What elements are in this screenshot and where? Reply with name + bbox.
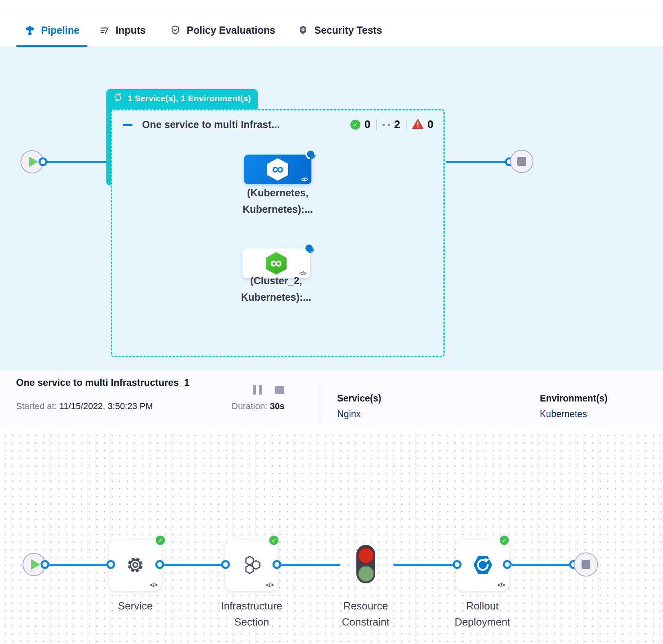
matrix-node-kubernetes-label: (Kubernetes, Kubernetes):... bbox=[218, 185, 338, 218]
step-resource-constraint-label: Resource Constraint bbox=[321, 598, 410, 630]
connector-dot bbox=[221, 560, 230, 569]
tab-bar: Pipeline Inputs Policy Evaluations Secur… bbox=[0, 14, 663, 47]
environments-link[interactable]: Kubernetes bbox=[540, 409, 608, 420]
edge-line bbox=[393, 564, 456, 566]
play-icon bbox=[29, 157, 38, 167]
stage-status-counts: ✓ 0 2 0 bbox=[350, 118, 433, 131]
success-count: 0 bbox=[364, 118, 370, 131]
edge-line bbox=[46, 161, 106, 163]
step-service[interactable]: </> bbox=[109, 540, 162, 591]
stage-group-box bbox=[111, 109, 445, 357]
tab-inputs-label: Inputs bbox=[116, 24, 146, 36]
connector-dot bbox=[273, 560, 281, 569]
running-count: 2 bbox=[394, 118, 400, 131]
step-service-label: Service bbox=[91, 598, 179, 614]
connector-dot bbox=[106, 560, 115, 569]
services-block: Service(s) Nginx bbox=[337, 393, 381, 420]
step-rollout-deployment[interactable]: </> bbox=[456, 540, 509, 591]
success-check-icon: ✓ bbox=[268, 535, 279, 546]
rollout-icon bbox=[472, 554, 494, 578]
tab-pipeline-label: Pipeline bbox=[41, 24, 79, 36]
step-infrastructure-section[interactable]: </> bbox=[225, 540, 278, 591]
matrix-badge-label: 1 Service(s), 1 Environment(s) bbox=[128, 94, 251, 103]
edge-line bbox=[512, 564, 572, 566]
services-label: Service(s) bbox=[337, 393, 381, 404]
matrix-node-kubernetes[interactable]: ∞ </> bbox=[244, 155, 311, 184]
started-at: Started at: 11/15/2022, 3:50:23 PM bbox=[16, 401, 153, 412]
harness-hexagon-icon: ∞ bbox=[266, 252, 287, 275]
pause-button[interactable] bbox=[253, 385, 262, 395]
traffic-red-light bbox=[358, 548, 374, 564]
inputs-icon bbox=[100, 25, 110, 35]
tab-security-tests[interactable]: Security Tests bbox=[298, 14, 382, 47]
execution-info-bar: One service to multi Infrastructures_1 S… bbox=[0, 371, 663, 429]
duration: Duration: 30s bbox=[232, 401, 285, 412]
code-braces-icon: </> bbox=[266, 581, 273, 588]
failed-count: 0 bbox=[427, 118, 433, 131]
loop-icon bbox=[113, 92, 123, 104]
traffic-green-light bbox=[358, 566, 374, 582]
tab-security-tests-label: Security Tests bbox=[314, 24, 382, 36]
collapse-minus-icon[interactable] bbox=[123, 124, 132, 126]
play-icon bbox=[31, 559, 40, 570]
hexagons-icon bbox=[240, 554, 262, 578]
stage-group-title[interactable]: One service to multi Infrast... bbox=[142, 119, 280, 130]
divider bbox=[321, 387, 321, 421]
pipeline-icon bbox=[25, 25, 35, 35]
services-link[interactable]: Nginx bbox=[337, 409, 381, 420]
execution-graph-panel: 1 Service(s), 1 Environment(s) One servi… bbox=[0, 47, 663, 371]
edge-line bbox=[163, 564, 225, 566]
steps-end-node bbox=[574, 552, 598, 577]
running-dots-icon bbox=[382, 124, 390, 126]
matrix-node-cluster2-label: (Cluster_2, Kubernetes):... bbox=[216, 273, 336, 306]
harness-hexagon-icon: ∞ bbox=[267, 158, 288, 181]
gear-icon bbox=[124, 554, 146, 578]
edge-line bbox=[48, 564, 110, 566]
connector-dot bbox=[503, 560, 512, 569]
tab-pipeline[interactable]: Pipeline bbox=[25, 14, 79, 47]
tab-inputs[interactable]: Inputs bbox=[100, 14, 146, 47]
stage-group-header: One service to multi Infrast... ✓ 0 2 0 bbox=[123, 118, 433, 131]
tab-policy-evaluations-label: Policy Evaluations bbox=[187, 24, 275, 36]
success-check-icon: ✓ bbox=[499, 535, 510, 546]
edge-line bbox=[446, 161, 507, 163]
window-top-strip bbox=[0, 0, 663, 13]
stop-button[interactable] bbox=[275, 386, 284, 394]
code-braces-icon: </> bbox=[301, 176, 308, 183]
tab-policy-evaluations[interactable]: Policy Evaluations bbox=[170, 14, 275, 47]
security-tests-icon bbox=[298, 25, 308, 35]
success-check-icon: ✓ bbox=[155, 535, 166, 546]
code-braces-icon: </> bbox=[497, 581, 505, 588]
connector-dot bbox=[453, 560, 462, 569]
edge-line bbox=[281, 564, 340, 566]
environments-label: Environment(s) bbox=[540, 393, 608, 404]
stop-icon bbox=[582, 560, 590, 569]
stop-icon bbox=[517, 157, 526, 166]
code-braces-icon: </> bbox=[150, 581, 157, 588]
step-infrastructure-label: Infrastructure Section bbox=[207, 598, 296, 630]
failed-warning-icon bbox=[412, 119, 423, 131]
step-rollout-label: Rollout Deployment bbox=[438, 598, 527, 630]
traffic-light-icon[interactable] bbox=[356, 545, 375, 583]
success-check-icon: ✓ bbox=[350, 120, 360, 130]
execution-title: One service to multi Infrastructures_1 bbox=[16, 377, 189, 388]
stage-steps-canvas: </> ✓ Service </> ✓ Infrastructure Secti… bbox=[0, 429, 663, 644]
policy-evaluations-icon bbox=[170, 25, 181, 35]
graph-end-node bbox=[510, 150, 533, 173]
environments-block: Environment(s) Kubernetes bbox=[540, 393, 608, 420]
